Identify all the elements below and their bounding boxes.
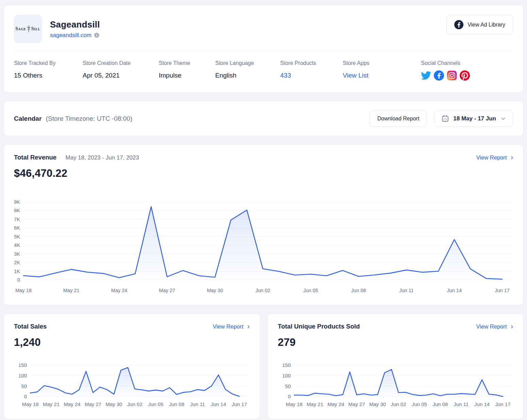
store-domain-link[interactable]: sageandsill.com <box>50 32 91 39</box>
store-products-link[interactable]: 433 <box>280 72 343 79</box>
svg-text:1K: 1K <box>14 269 20 274</box>
svg-text:May 24: May 24 <box>327 401 344 407</box>
view-report-link[interactable]: View Report › <box>476 323 513 330</box>
sales-title: Total Sales <box>14 323 47 330</box>
svg-text:3K: 3K <box>14 251 20 257</box>
info-label: Store Tracked By <box>14 60 83 66</box>
svg-text:Jun 08: Jun 08 <box>432 401 448 407</box>
svg-text:50: 50 <box>21 383 27 389</box>
svg-text:May 27: May 27 <box>159 288 175 293</box>
store-logo: Sage Sill <box>14 15 42 43</box>
svg-text:May 18: May 18 <box>286 401 302 407</box>
total-revenue-card: Total Revenue May 18, 2023 - Jun 17, 202… <box>3 145 524 305</box>
svg-text:Jun 11: Jun 11 <box>399 288 413 293</box>
info-value: Impulse <box>159 72 215 79</box>
products-title: Total Unique Products Sold <box>278 323 360 330</box>
date-range-label: 18 May - 17 Jun <box>453 115 496 122</box>
svg-text:Jun 14: Jun 14 <box>447 288 462 293</box>
calendar-card: Calendar (Store Timezone: UTC -08:00) Do… <box>3 101 524 136</box>
chevron-down-icon <box>500 116 506 121</box>
store-apps-view-list-link[interactable]: View List <box>343 72 421 79</box>
plant-sprig-icon <box>27 25 31 33</box>
calendar-heading: Calendar (Store Timezone: UTC -08:00) <box>14 115 132 122</box>
svg-text:Jun 05: Jun 05 <box>303 288 318 293</box>
logo-text-right: Sill <box>31 26 40 32</box>
svg-text:2K: 2K <box>14 260 20 265</box>
store-language: Store Language English <box>215 60 280 79</box>
sales-value: 1,240 <box>14 336 250 349</box>
store-products: Store Products 433 <box>280 60 343 79</box>
revenue-heading: Total Revenue May 18, 2023 - Jun 17, 202… <box>14 154 139 161</box>
svg-text:Jun 08: Jun 08 <box>351 288 366 293</box>
svg-text:Jun 05: Jun 05 <box>148 401 163 407</box>
info-label: Store Creation Date <box>83 60 159 66</box>
info-label: Store Theme <box>159 60 215 66</box>
chevron-right-icon: › <box>511 323 513 330</box>
svg-text:May 21: May 21 <box>307 401 323 407</box>
revenue-chart: 01K2K3K4K5K6K7K8K9KMay 18May 21May 24May… <box>14 194 513 297</box>
svg-text:Jun 02: Jun 02 <box>391 401 406 407</box>
svg-text:May 27: May 27 <box>348 401 365 407</box>
total-sales-card: Total Sales View Report › 1,240 05010015… <box>3 314 260 419</box>
calendar-timezone-note: (Store Timezone: UTC -08:00) <box>46 115 132 122</box>
chevron-right-icon: › <box>247 323 250 330</box>
svg-text:Jun 17: Jun 17 <box>495 401 510 407</box>
facebook-icon[interactable] <box>434 70 444 81</box>
svg-text:Jun 08: Jun 08 <box>169 401 184 407</box>
logo-text-left: Sage <box>15 26 26 32</box>
svg-text:May 24: May 24 <box>64 401 80 407</box>
svg-text:May 27: May 27 <box>85 401 101 407</box>
date-range-picker[interactable]: 18 May - 17 Jun <box>435 110 513 127</box>
view-report-link[interactable]: View Report › <box>476 154 513 161</box>
info-value: Apr 05, 2021 <box>83 72 159 79</box>
info-label: Store Apps <box>343 60 421 66</box>
products-chart: 050100150May 18May 21May 24May 27May 30J… <box>278 359 513 411</box>
svg-text:6K: 6K <box>14 225 20 231</box>
store-creation-date: Store Creation Date Apr 05, 2021 <box>83 60 159 79</box>
svg-text:May 30: May 30 <box>369 401 386 407</box>
products-value: 279 <box>278 336 513 349</box>
calendar-title: Calendar <box>14 115 41 122</box>
svg-text:150: 150 <box>18 362 27 368</box>
instagram-icon[interactable] <box>447 70 457 81</box>
svg-text:May 21: May 21 <box>43 401 60 407</box>
svg-text:Jun 17: Jun 17 <box>232 401 247 407</box>
svg-text:Jun 14: Jun 14 <box>211 401 226 407</box>
svg-text:Jun 05: Jun 05 <box>412 401 427 407</box>
svg-text:Jun 17: Jun 17 <box>495 288 510 293</box>
download-report-button[interactable]: Download Report <box>370 111 427 127</box>
sales-chart: 050100150May 18May 21May 24May 27May 30J… <box>14 359 250 411</box>
svg-text:Jun 11: Jun 11 <box>454 401 469 407</box>
svg-text:0: 0 <box>24 393 27 399</box>
view-report-label: View Report <box>476 154 507 161</box>
twitter-icon[interactable] <box>421 70 431 81</box>
info-value: 15 Others <box>14 72 83 79</box>
store-tracked-by: Store Tracked By 15 Others <box>14 60 83 79</box>
view-report-label: View Report <box>213 323 243 330</box>
info-value: English <box>215 72 280 79</box>
revenue-value: $46,470.22 <box>14 167 513 180</box>
store-theme: Store Theme Impulse <box>159 60 215 79</box>
total-unique-products-card: Total Unique Products Sold View Report ›… <box>267 314 524 419</box>
svg-text:5K: 5K <box>14 234 20 239</box>
facebook-icon <box>454 20 463 29</box>
svg-text:0: 0 <box>288 393 291 399</box>
view-report-link[interactable]: View Report › <box>213 323 250 330</box>
svg-text:7K: 7K <box>14 217 20 222</box>
svg-text:Jun 11: Jun 11 <box>190 401 205 407</box>
brand-block: Sage Sill Sageandsill sageandsill.com <box>14 15 100 43</box>
view-ad-library-label: View Ad Library <box>468 22 505 28</box>
svg-text:50: 50 <box>285 383 291 389</box>
info-icon[interactable]: i <box>94 33 99 38</box>
store-header-card: Sage Sill Sageandsill sageandsill.com <box>3 5 524 93</box>
view-report-label: View Report <box>476 323 507 330</box>
view-ad-library-button[interactable]: View Ad Library <box>446 15 513 34</box>
calendar-icon <box>442 115 449 122</box>
store-name: Sageandsill <box>50 19 100 30</box>
svg-text:May 30: May 30 <box>207 288 223 293</box>
svg-text:4K: 4K <box>14 242 20 248</box>
info-label: Social Channels <box>421 60 470 66</box>
pinterest-icon[interactable] <box>460 70 470 81</box>
info-label: Store Language <box>215 60 280 66</box>
svg-text:Jun 02: Jun 02 <box>127 401 142 407</box>
